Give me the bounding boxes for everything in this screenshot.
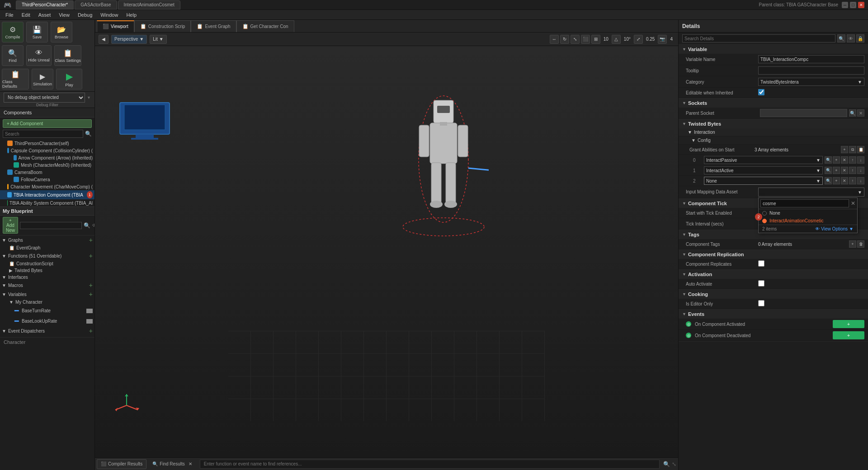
- variables-add-btn[interactable]: +: [89, 291, 93, 298]
- tags-add-btn[interactable]: +: [849, 240, 856, 248]
- add-new-button[interactable]: + Add New: [3, 217, 18, 234]
- functions-add-btn[interactable]: +: [89, 252, 93, 259]
- component-replicates-checkbox[interactable]: [758, 260, 764, 267]
- compile-button[interactable]: ⚙ Compile: [2, 22, 24, 42]
- class-defaults-button[interactable]: 📋 Class Defaults: [2, 69, 29, 89]
- grant-paste-btn[interactable]: 📋: [857, 146, 864, 153]
- array-2-down[interactable]: ↓: [857, 177, 864, 184]
- component-item-interaction[interactable]: TBIA Interaction Component (TBIA_Intera …: [0, 190, 94, 199]
- array-2-add[interactable]: +: [833, 177, 840, 184]
- graphs-section[interactable]: ▼ Graphs +: [0, 235, 94, 244]
- array-0-del[interactable]: ✕: [841, 156, 848, 164]
- vp-grid-btn[interactable]: ⊞: [591, 35, 600, 44]
- twisted-bytes-item[interactable]: ▶ Twisted Bytes: [0, 267, 94, 274]
- component-item-mesh[interactable]: Mesh (CharacterMesh0) (Inherited): [0, 161, 94, 169]
- is-editor-only-checkbox[interactable]: [758, 300, 764, 306]
- category-dropdown[interactable]: TwistedBytesIntera ▼: [758, 78, 864, 86]
- menu-window[interactable]: Window: [97, 11, 122, 19]
- find-search-btn[interactable]: 🔍: [663, 461, 670, 467]
- blueprint-search-icon-btn[interactable]: 🔍: [84, 222, 90, 229]
- menu-view[interactable]: View: [55, 11, 73, 19]
- grant-copy-btn[interactable]: ⧉: [849, 146, 856, 153]
- menu-debug[interactable]: Debug: [74, 11, 96, 19]
- vp-rotate-btn[interactable]: ↻: [560, 35, 569, 44]
- functions-section[interactable]: ▼ Functions (51 Overridable) +: [0, 251, 94, 260]
- array-1-down[interactable]: ↓: [857, 167, 864, 174]
- find-references-input[interactable]: [200, 460, 660, 469]
- play-button[interactable]: ▶ Play: [56, 69, 82, 89]
- events-header[interactable]: ▼ Events: [679, 310, 868, 319]
- on-component-deactivated-add-btn[interactable]: +: [833, 331, 864, 339]
- perspective-btn[interactable]: Perspective ▼: [111, 35, 147, 44]
- tooltip-input[interactable]: [758, 66, 864, 75]
- simulation-button[interactable]: ▶ Simulation: [32, 69, 53, 89]
- base-lookup-rate-item[interactable]: ━ BaseLookUpRate: [0, 316, 94, 326]
- cooking-header[interactable]: ▼ Cooking: [679, 290, 868, 299]
- save-button[interactable]: 💾 Save: [26, 22, 48, 42]
- variables-section[interactable]: ▼ Variables +: [0, 290, 94, 299]
- vp-camera-btn[interactable]: 📷: [658, 35, 667, 44]
- array-2-up[interactable]: ↑: [849, 177, 856, 184]
- vp-move-btn[interactable]: ↔: [550, 35, 559, 44]
- sockets-section-header[interactable]: ▼ Sockets: [679, 99, 868, 108]
- parent-socket-input[interactable]: [760, 109, 847, 117]
- component-item-followcamera[interactable]: FollowCamera: [0, 176, 94, 183]
- config-subsection[interactable]: ▼ Config: [679, 136, 868, 145]
- array-0-search[interactable]: 🔍: [825, 156, 832, 164]
- construction-script-item[interactable]: 📋 ConstructionScript: [0, 260, 94, 267]
- auto-activate-checkbox[interactable]: [758, 280, 764, 287]
- macros-add-btn[interactable]: +: [89, 282, 93, 289]
- vp-angle-btn[interactable]: △: [612, 35, 621, 44]
- array-1-search[interactable]: 🔍: [825, 167, 832, 174]
- lit-btn[interactable]: Lit ▼: [150, 35, 166, 44]
- blueprint-search-input[interactable]: [20, 222, 82, 229]
- dropdown-search-input[interactable]: [760, 199, 849, 207]
- browse-button[interactable]: 📂 Browse: [51, 22, 72, 42]
- base-turn-rate-item[interactable]: ━ BaseTurnRate: [0, 306, 94, 316]
- input-mapping-dropdown[interactable]: ▼: [758, 188, 864, 197]
- menu-file[interactable]: File: [2, 11, 17, 19]
- add-component-button[interactable]: + Add Component: [3, 119, 92, 128]
- component-item-cameraboom[interactable]: CameraBoom: [0, 169, 94, 176]
- array-1-up[interactable]: ↑: [849, 167, 856, 174]
- socket-search-btn[interactable]: 🔍: [849, 109, 856, 117]
- tags-del-btn[interactable]: 🗑: [857, 240, 864, 248]
- find-results-close[interactable]: ✕: [189, 461, 192, 466]
- component-replication-header[interactable]: ▼ Component Replication: [679, 250, 868, 259]
- find-results-tab[interactable]: 🔍 Find Results ✕: [148, 459, 196, 469]
- view-options-button[interactable]: 👁 View Options ▼: [815, 226, 854, 231]
- activation-header[interactable]: ▼ Activation: [679, 270, 868, 279]
- close-button[interactable]: ✕: [858, 2, 864, 8]
- tab-event-graph[interactable]: 📋 Event Graph: [191, 20, 236, 32]
- tab-get-character-con[interactable]: 📋 Get Character Con: [236, 20, 294, 32]
- component-item-arrow[interactable]: Arrow Component (Arrow) (Inherited): [0, 154, 94, 161]
- details-search-input[interactable]: [682, 34, 835, 42]
- menu-asset[interactable]: Asset: [35, 11, 55, 19]
- array-value-1-dropdown[interactable]: InteractActive ▼: [704, 166, 823, 174]
- minimize-button[interactable]: ─: [842, 2, 848, 8]
- array-0-add[interactable]: +: [833, 156, 840, 164]
- event-dispatchers-section[interactable]: ▼ Event Dispatchers +: [0, 326, 94, 335]
- tab-gasactorbase[interactable]: GASActorBase: [75, 0, 117, 9]
- event-graph-item[interactable]: 📋 EventGraph: [0, 244, 94, 251]
- array-2-search[interactable]: 🔍: [825, 177, 832, 184]
- tab-thirdpersoncharacter[interactable]: ThirdPersonCharacter*: [16, 0, 74, 9]
- maximize-button[interactable]: □: [850, 2, 856, 8]
- tab-interactanimationcosmet[interactable]: InteractAnimationCosmet: [118, 0, 180, 9]
- component-item-capsule[interactable]: Capsule Component (CollisionCylinder) (: [0, 147, 94, 154]
- component-item-movement[interactable]: Character Movement (CharMoveComp) (: [0, 183, 94, 190]
- twisted-bytes-section-header[interactable]: ▼ Twisted Bytes: [679, 119, 868, 128]
- event-dispatchers-add-btn[interactable]: +: [89, 327, 93, 334]
- array-0-up[interactable]: ↑: [849, 156, 856, 164]
- debug-object-select[interactable]: No debug object selected: [4, 93, 85, 103]
- component-search-button[interactable]: 🔍: [85, 131, 92, 137]
- component-search-input[interactable]: [3, 130, 83, 138]
- tab-construction-script[interactable]: 📋 Construction Scrip: [134, 20, 191, 32]
- dropdown-option-interact-anim[interactable]: InteractAnimationCosmetic 2: [759, 217, 857, 225]
- array-0-down[interactable]: ↓: [857, 156, 864, 164]
- on-component-activated-add-btn[interactable]: +: [833, 320, 864, 328]
- hide-unreal-button[interactable]: 👁 Hide Unreal: [26, 45, 52, 66]
- dropdown-option-none[interactable]: None: [759, 209, 857, 217]
- component-item-self[interactable]: ThirdPersonCharacter(self): [0, 140, 94, 147]
- vp-scale-btn[interactable]: ⤡: [571, 35, 580, 44]
